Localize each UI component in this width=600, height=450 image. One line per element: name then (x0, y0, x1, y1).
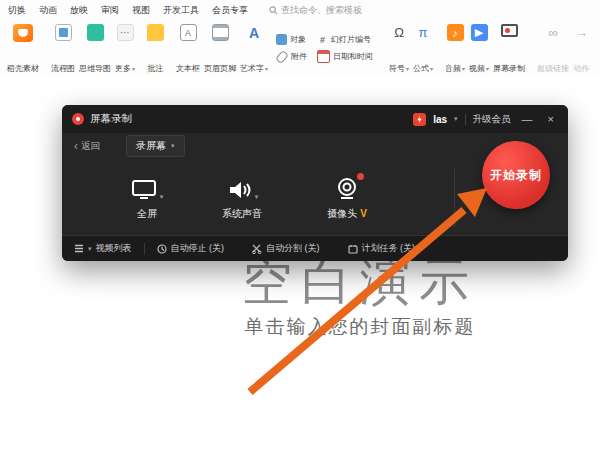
slide-number-icon: # (317, 34, 328, 45)
chevron-left-icon: ‹ (74, 140, 78, 152)
docer-material-icon (13, 24, 33, 42)
video-list-button[interactable]: ▾ 视频列表 (74, 242, 132, 255)
toolbar-item-attachment[interactable]: 附件 (276, 50, 307, 63)
toolbar-item-label: 日期和时间 (333, 51, 373, 62)
chevron-down-icon: ▾ (171, 142, 175, 150)
action-icon: → (573, 24, 590, 41)
command-search[interactable]: 查找命令、搜索模板 (269, 4, 362, 17)
footer-item-label: 自动分割 (关) (266, 242, 320, 255)
toolbar-group-link: ∞ 超级链接 → 动作 (532, 20, 595, 77)
chevron-down-icon: ▾ (406, 66, 409, 72)
system-sound-label: 系统声音 (222, 207, 262, 221)
slide-subtitle[interactable]: 单击输入您的封面副标题 (120, 314, 600, 340)
chevron-down-icon[interactable]: ▾ (454, 115, 458, 123)
toolbar-item-textbox[interactable]: A 文本框 (174, 20, 202, 77)
toolbar-item-slide-number[interactable]: # 幻灯片编号 (317, 34, 373, 45)
menu-tab-review[interactable]: 审阅 (101, 4, 119, 17)
toolbar-item-object[interactable]: 对象 (276, 34, 307, 45)
toolbar-item-docer-material[interactable]: 稻壳素材 (5, 20, 41, 77)
webcam-icon (334, 175, 360, 201)
flowchart-icon (55, 24, 72, 41)
menu-tab-member[interactable]: 会员专享 (212, 4, 248, 17)
menu-tab-animation[interactable]: 动画 (39, 4, 57, 17)
toolbar-item-symbol[interactable]: Ω 符号▾ (387, 20, 411, 77)
footer-item-label: 计划任务 (关) (362, 242, 416, 255)
dialog-vertical-divider (454, 169, 455, 227)
toolbar-item-label: 对象 (290, 34, 306, 45)
start-record-button[interactable]: 开始录制 (482, 141, 550, 209)
toolbar-item-label: 页眉页脚 (204, 63, 236, 74)
schedule-task-button[interactable]: 计划任务 (关) (348, 242, 416, 255)
mindmap-icon (87, 24, 104, 41)
chevron-down-icon: ▾ (132, 66, 135, 72)
record-mode-dropdown[interactable]: 录屏幕 ▾ (126, 135, 185, 157)
auto-split-button[interactable]: 自动分割 (关) (252, 242, 320, 255)
menu-tab-slideshow[interactable]: 放映 (70, 4, 88, 17)
toolbar-item-wordart[interactable]: A 艺术字▾ (238, 20, 270, 77)
fullscreen-selector[interactable]: ▾ 全屏 (112, 175, 182, 221)
chevron-down-icon: ▾ (462, 66, 465, 72)
toolbar-item-action: → 动作 (571, 20, 592, 77)
toolbar-item-comment[interactable]: 批注 (145, 20, 166, 77)
menu-tab-devtools[interactable]: 开发工具 (163, 4, 199, 17)
footer-divider (144, 243, 145, 255)
header-footer-icon (212, 24, 229, 41)
toolbar-item-video[interactable]: ▶ 视频▾ (467, 20, 491, 77)
auto-stop-button[interactable]: 自动停止 (关) (157, 242, 225, 255)
screen-record-dialog: 屏幕录制 las ▾ 升级会员 — × ‹ 返回 录屏幕 ▾ (62, 105, 568, 261)
toolbar-item-datetime[interactable]: 日期和时间 (317, 50, 373, 63)
chevron-down-icon: ▾ (265, 66, 268, 72)
speaker-icon: ▾ (226, 175, 259, 201)
hyperlink-icon: ∞ (545, 24, 562, 41)
search-placeholder: 查找命令、搜索模板 (281, 4, 362, 17)
menu-bar: 切换 动画 放映 审阅 视图 开发工具 会员专享 查找命令、搜索模板 (0, 0, 600, 19)
dialog-footer-bar: ▾ 视频列表 自动停止 (关) 自动分割 (关) (62, 235, 568, 261)
upgrade-member-button[interactable]: 升级会员 (473, 113, 511, 126)
toolbar-item-label: 视频 (469, 63, 485, 74)
toolbar-item-hyperlink: ∞ 超级链接 (535, 20, 571, 77)
toolbar-item-screen-record[interactable]: 屏幕录制 (491, 20, 527, 77)
system-sound-selector[interactable]: ▾ 系统声音 (200, 175, 284, 221)
chevron-down-icon: ▾ (88, 245, 92, 253)
camera-label: 摄像头 (327, 207, 357, 221)
vip-badge-icon: V (360, 208, 367, 219)
toolbar-item-label: 更多 (115, 63, 131, 74)
las-logo-text: las (433, 114, 447, 125)
toolbar-group-diagram: 流程图 思维导图 ⋯ 更多▾ (46, 20, 140, 77)
toolbar-group-symbol: Ω 符号▾ π 公式▾ (384, 20, 438, 77)
toolbar-item-formula[interactable]: π 公式▾ (411, 20, 435, 77)
clock-icon (157, 244, 167, 254)
menu-tab-switch[interactable]: 切换 (8, 4, 26, 17)
record-dot-icon (72, 113, 84, 125)
dialog-title: 屏幕录制 (90, 112, 132, 126)
toolbar-item-audio[interactable]: ♪ 音频▾ (443, 20, 467, 77)
toolbar-item-label: 文本框 (176, 63, 200, 74)
toolbar-group-comment: 批注 (142, 20, 169, 77)
footer-item-label: 视频列表 (96, 242, 132, 255)
screen-record-icon (501, 24, 518, 37)
toolbar-group-media: ♪ 音频▾ ▶ 视频▾ 屏幕录制 (440, 20, 530, 77)
monitor-icon: ▾ (131, 175, 164, 201)
symbol-icon: Ω (391, 24, 408, 41)
chevron-down-icon: ▾ (486, 66, 489, 72)
notification-badge (357, 173, 364, 180)
comment-icon (147, 24, 164, 41)
search-icon (269, 6, 278, 15)
close-button[interactable]: × (544, 114, 558, 125)
toolbar-item-header-footer[interactable]: 页眉页脚 (202, 20, 238, 77)
toolbar-small-items: 对象 # 幻灯片编号 附件 日期和时间 (270, 20, 379, 77)
toolbar-item-label: 公式 (413, 63, 429, 74)
dialog-titlebar[interactable]: 屏幕录制 las ▾ 升级会员 — × (62, 105, 568, 133)
toolbar-item-flowchart[interactable]: 流程图 (49, 20, 77, 77)
minimize-button[interactable]: — (518, 114, 537, 125)
toolbar-item-more[interactable]: ⋯ 更多▾ (113, 20, 137, 77)
formula-icon: π (415, 24, 432, 41)
record-mode-label: 录屏幕 (136, 139, 166, 153)
toolbar-group-docer: 稻壳素材 (2, 20, 44, 77)
toolbar-item-mindmap[interactable]: 思维导图 (77, 20, 113, 77)
paperclip-icon (275, 49, 289, 63)
menu-tab-view[interactable]: 视图 (132, 4, 150, 17)
back-button[interactable]: ‹ 返回 (74, 140, 100, 153)
footer-item-label: 自动停止 (关) (171, 242, 225, 255)
camera-selector[interactable]: 摄像头 V (302, 175, 392, 221)
